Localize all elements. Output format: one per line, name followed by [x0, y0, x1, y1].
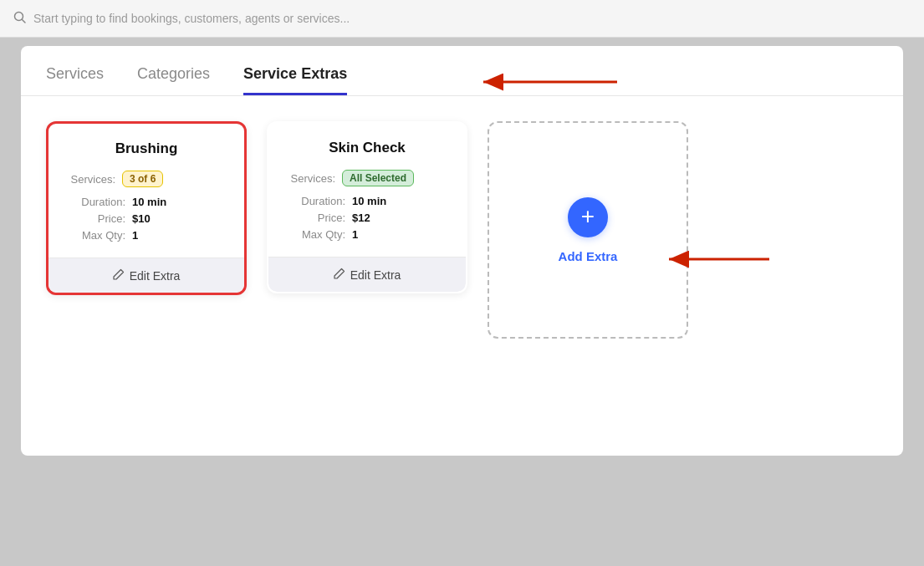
card-brushing-duration-row: Duration: 10 min — [65, 196, 227, 208]
edit-skin-check-label: Edit Extra — [350, 268, 401, 282]
card-skin-check-services-badge: All Selected — [342, 170, 414, 186]
card-skin-check-price-label: Price: — [285, 212, 352, 224]
add-extra-circle: + — [568, 197, 608, 237]
card-brushing-maxqty-value: 1 — [132, 229, 138, 242]
card-skin-check-duration-label: Duration: — [285, 195, 352, 207]
card-skin-check-price-row: Price: $12 — [285, 212, 449, 224]
card-brushing-title: Brushing — [65, 140, 227, 157]
add-extra-plus-icon: + — [581, 205, 595, 228]
page-wrapper: Start typing to find bookings, customers… — [0, 0, 924, 566]
card-brushing-price-row: Price: $10 — [65, 212, 227, 225]
card-skin-check-duration-value: 10 min — [352, 195, 386, 207]
card-skin-check-services-field: Services: All Selected — [285, 170, 449, 186]
card-skin-check-title: Skin Check — [285, 140, 449, 156]
card-brushing-details: Duration: 10 min Price: $10 Max Qty: 1 — [65, 196, 227, 242]
add-extra-card[interactable]: + Add Extra — [488, 121, 688, 339]
card-brushing-services-badge: 3 of 6 — [122, 171, 163, 187]
tab-service-extras[interactable]: Service Extras — [243, 65, 347, 95]
search-icon — [13, 11, 27, 27]
card-brushing-services-label: Services: — [65, 173, 115, 186]
edit-skin-check-button[interactable]: Edit Extra — [268, 257, 466, 292]
card-skin-check-duration-row: Duration: 10 min — [285, 195, 449, 207]
tabs-bar: Services Categories Service Extras — [21, 46, 903, 96]
card-brushing-duration-value: 10 min — [132, 196, 166, 208]
add-extra-label: Add Extra — [559, 249, 618, 263]
card-brushing-services-field: Services: 3 of 6 — [65, 171, 227, 187]
card-brushing-body: Brushing Services: 3 of 6 Duration: 10 m… — [48, 124, 244, 258]
card-skin-check-body: Skin Check Services: All Selected Durati… — [268, 123, 466, 257]
edit-brushing-label: Edit Extra — [130, 269, 181, 283]
card-skin-check-price-value: $12 — [352, 212, 370, 224]
card-brushing-duration-label: Duration: — [65, 196, 132, 208]
card-skin-check-maxqty-label: Max Qty: — [285, 228, 352, 241]
card-brushing: Brushing Services: 3 of 6 Duration: 10 m… — [46, 121, 247, 295]
edit-brushing-icon — [113, 268, 125, 283]
card-brushing-price-value: $10 — [132, 212, 151, 225]
search-bar: Start typing to find bookings, customers… — [0, 0, 924, 38]
card-skin-check: Skin Check Services: All Selected Durati… — [267, 121, 467, 293]
main-panel: Services Categories Service Extras Brush… — [21, 46, 903, 456]
card-brushing-maxqty-row: Max Qty: 1 — [65, 229, 227, 242]
cards-area: Brushing Services: 3 of 6 Duration: 10 m… — [21, 96, 903, 364]
card-brushing-price-label: Price: — [65, 212, 132, 225]
search-placeholder[interactable]: Start typing to find bookings, customers… — [33, 12, 350, 25]
tab-services[interactable]: Services — [46, 65, 104, 95]
svg-line-1 — [23, 19, 26, 23]
tab-categories[interactable]: Categories — [137, 65, 210, 95]
edit-skin-check-icon — [334, 268, 345, 282]
edit-brushing-button[interactable]: Edit Extra — [48, 258, 244, 293]
card-skin-check-maxqty-value: 1 — [352, 228, 358, 241]
card-skin-check-maxqty-row: Max Qty: 1 — [285, 228, 449, 241]
card-skin-check-details: Duration: 10 min Price: $12 Max Qty: 1 — [285, 195, 449, 241]
card-brushing-maxqty-label: Max Qty: — [65, 229, 132, 242]
card-skin-check-services-label: Services: — [285, 172, 335, 185]
